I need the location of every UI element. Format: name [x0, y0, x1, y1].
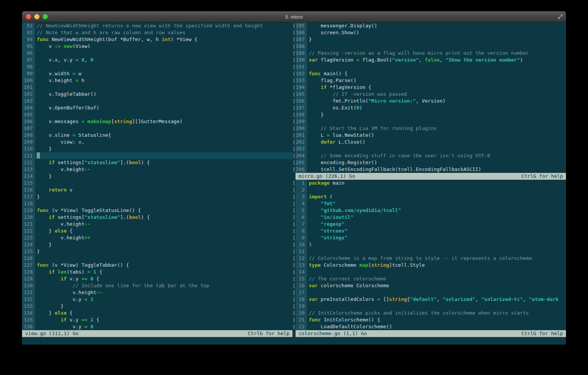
- code-line: 112 if settings["statusline"].(bool) {: [22, 159, 292, 166]
- line-number: 103: [22, 98, 35, 104]
- titlebar[interactable]: 5. micro: [22, 11, 566, 22]
- code-text: encoding.Register(): [307, 159, 566, 166]
- code-line: |186 screen.Show(): [292, 29, 566, 36]
- line-number: 18: [296, 296, 307, 303]
- code-text: v.ToggleTabbar(): [35, 91, 292, 98]
- code-text: // NewViewWidthHeight returns a new view…: [35, 22, 292, 29]
- code-text: v.y = 1: [35, 296, 292, 303]
- split-divider: |: [292, 303, 296, 310]
- code-text: if v.y == 1 {: [35, 316, 292, 323]
- code-area-colorscheme-go[interactable]: |1package main|2|3import (|4 "fmt"|5 "gi…: [292, 180, 566, 330]
- code-text: ): [307, 241, 566, 248]
- line-number: 2: [296, 187, 307, 193]
- code-line: 100 v.height = h: [22, 77, 292, 84]
- code-line: |187}: [292, 36, 566, 43]
- line-number: 15: [296, 275, 307, 282]
- split-divider: |: [292, 180, 296, 187]
- status-file-position: colorscheme.go (1,1) Go: [299, 330, 367, 337]
- code-text: // Some encoding stuff in case the user …: [307, 152, 566, 159]
- code-line: |190var flagVersion = flag.Bool("version…: [292, 57, 566, 63]
- code-line: 93// Note that w and h are raw column an…: [22, 29, 292, 36]
- split-divider: |: [292, 43, 296, 50]
- code-line: |20// InitColorscheme picks and initiali…: [292, 310, 566, 316]
- code-line: |16var colorscheme Colorscheme: [292, 282, 566, 289]
- line-number: 119: [22, 207, 35, 214]
- line-number: 95: [22, 43, 35, 50]
- split-divider: |: [292, 316, 296, 323]
- code-text: [307, 269, 566, 275]
- code-text: // Passing -version as a flag will have …: [307, 50, 566, 57]
- code-line: |204 // Some encoding stuff in case the …: [292, 152, 566, 159]
- split-divider: |: [292, 166, 296, 173]
- code-area-micro-go[interactable]: |185 messenger.Display()|186 screen.Show…: [292, 22, 566, 173]
- split-divider: |: [292, 77, 296, 84]
- code-text: [307, 187, 566, 193]
- editor-splits: 92// NewViewWidthHeight returns a new vi…: [22, 22, 566, 337]
- code-line: |203: [292, 146, 566, 152]
- code-line: 97 v.x, v.y = 0, 0: [22, 57, 292, 63]
- code-line: 129 if v.y == 0 {: [22, 275, 292, 282]
- line-number: 198: [296, 111, 307, 118]
- minimize-button[interactable]: [34, 14, 40, 19]
- split-divider: |: [292, 323, 296, 330]
- code-line: |8 "strconv": [292, 228, 566, 234]
- line-number: 20: [296, 310, 307, 316]
- line-number: 133: [22, 303, 35, 310]
- line-number: 106: [22, 118, 35, 125]
- line-number: 118: [22, 200, 35, 207]
- statusrow-micro-go: micro.go (226,1) Go CtrlG for help: [292, 173, 566, 180]
- command-message-line[interactable]: [22, 337, 566, 345]
- split-divider: |: [292, 118, 296, 125]
- split-divider: |: [292, 255, 296, 262]
- zoom-button[interactable]: [43, 14, 48, 19]
- line-number: 122: [22, 228, 35, 234]
- code-text: } else {: [35, 228, 292, 234]
- code-text: "strconv": [307, 228, 566, 234]
- code-area-view-go[interactable]: 92// NewViewWidthHeight returns a new vi…: [22, 22, 292, 330]
- code-line: 108 v.sline = Statusline{: [22, 132, 292, 139]
- code-line: 116 return v: [22, 187, 292, 193]
- line-number: 112: [22, 159, 35, 166]
- code-text: [35, 255, 292, 262]
- code-line: 132 v.y = 1: [22, 296, 292, 303]
- code-text: "io/ioutil": [307, 214, 566, 221]
- split-divider: |: [292, 214, 296, 221]
- code-text: // InitColorscheme picks and initializes…: [307, 310, 566, 316]
- code-text: [35, 50, 292, 57]
- line-number: 115: [22, 180, 35, 187]
- code-text: [35, 84, 292, 91]
- line-number: 202: [296, 139, 307, 146]
- code-text: fmt.Println("Micro version:", Version): [307, 98, 566, 104]
- split-divider: |: [292, 200, 296, 207]
- code-text: if *flagVersion {: [307, 84, 566, 91]
- line-number: 116: [22, 187, 35, 193]
- line-number: 110: [22, 146, 35, 152]
- code-text: os.Exit(0): [307, 104, 566, 111]
- code-text: if len(tabs) > 1 {: [35, 269, 292, 275]
- code-line: |197 os.Exit(0): [292, 104, 566, 111]
- code-line: |5 "github.com/zyedidia/tcell": [292, 207, 566, 214]
- code-text: "fmt": [307, 200, 566, 207]
- code-text: v.y = 0: [35, 323, 292, 330]
- line-number: 121: [22, 221, 35, 228]
- line-number: 195: [296, 91, 307, 98]
- code-line: 102 v.ToggleTabbar(): [22, 91, 292, 98]
- code-text: [307, 43, 566, 50]
- pane-view-go: 92// NewViewWidthHeight returns a new vi…: [22, 22, 292, 337]
- split-divider: |: [292, 50, 296, 57]
- code-text: v.height--: [35, 289, 292, 296]
- code-text: } else {: [35, 310, 292, 316]
- resize-icon[interactable]: [558, 14, 563, 19]
- split-divider: |: [292, 139, 296, 146]
- line-number: 136: [22, 323, 35, 330]
- line-number: 124: [22, 241, 35, 248]
- code-line: 122 } else {: [22, 228, 292, 234]
- code-text: // The current colorscheme: [307, 275, 566, 282]
- code-line: |17: [292, 289, 566, 296]
- close-button[interactable]: [26, 14, 31, 19]
- code-line: 113 v.height--: [22, 166, 292, 173]
- pane-micro-go: |185 messenger.Display()|186 screen.Show…: [292, 22, 566, 180]
- code-line: 118: [22, 200, 292, 207]
- code-line: |202 defer L.Close(): [292, 139, 566, 146]
- terminal-window: 5. micro 92// NewViewWidthHeight returns…: [22, 11, 566, 345]
